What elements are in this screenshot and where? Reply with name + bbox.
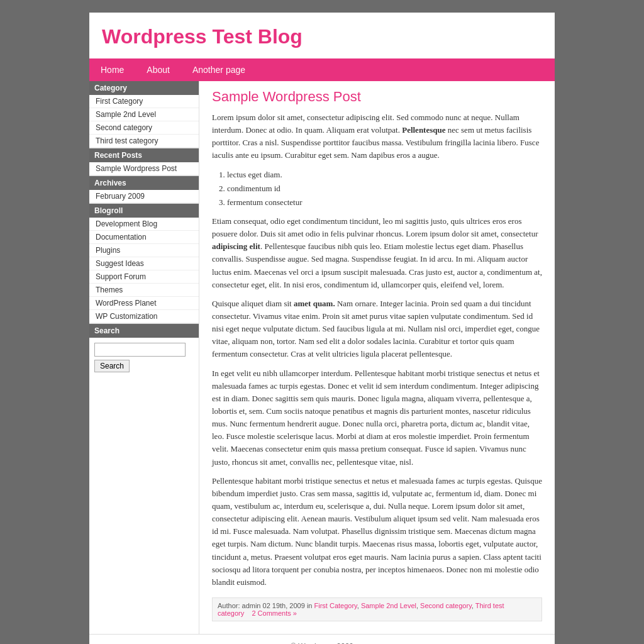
- sidebar-category-link[interactable]: Third test category: [89, 135, 199, 148]
- category-section-title: Category: [89, 81, 199, 95]
- blogroll-link[interactable]: WP Customization: [89, 310, 199, 323]
- post-author: Author: admin: [218, 602, 260, 609]
- list-item: WP Customization: [89, 310, 199, 323]
- blogroll-link[interactable]: Development Blog: [89, 218, 199, 231]
- blogroll-link[interactable]: Plugins: [89, 244, 199, 257]
- main-nav: HomeAboutAnother page: [89, 58, 555, 81]
- recent-posts-section-title: Recent Posts: [89, 148, 199, 162]
- recent-posts-list: Sample Wordpress Post: [89, 162, 199, 176]
- post-category-link[interactable]: Sample 2nd Level: [361, 602, 416, 609]
- post-para4: Pellentesque habitant morbi tristique se…: [212, 475, 542, 589]
- category-list: First CategorySample 2nd LevelSecond cat…: [89, 95, 199, 148]
- archives-list: February 2009: [89, 190, 199, 204]
- post-category-link[interactable]: First Category: [314, 602, 357, 609]
- list-item: WordPress Planet: [89, 297, 199, 310]
- page-wrapper: Wordpress Test Blog HomeAboutAnother pag…: [89, 13, 555, 644]
- post-footer: Author: admin 02 19th, 2009 in First Cat…: [212, 597, 542, 621]
- sidebar: Category First CategorySample 2nd LevelS…: [89, 81, 199, 634]
- archive-link[interactable]: February 2009: [89, 190, 199, 203]
- sidebar-category-link[interactable]: Sample 2nd Level: [89, 108, 199, 121]
- sidebar-category-link[interactable]: Second category: [89, 121, 199, 135]
- post-body: Lorem ipsum dolor sit amet, consectetur …: [212, 111, 542, 589]
- list-item: condimentum id: [227, 182, 542, 195]
- blogroll-link[interactable]: WordPress Planet: [89, 297, 199, 310]
- post-list: lectus eget diam.condimentum idfermentum…: [227, 169, 542, 209]
- blogroll-link[interactable]: Documentation: [89, 231, 199, 244]
- post-title: Sample Wordpress Post: [212, 89, 542, 105]
- list-item: Plugins: [89, 244, 199, 257]
- list-item: Second category: [89, 121, 199, 135]
- site-title: Wordpress Test Blog: [102, 25, 542, 48]
- list-item: Sample 2nd Level: [89, 108, 199, 121]
- site-footer: © Wordpress 2009: [89, 634, 555, 644]
- post-para2: Quisque aliquet diam sit amet quam. Nam …: [212, 297, 542, 361]
- list-item: Support Forum: [89, 270, 199, 284]
- post-intro: Lorem ipsum dolor sit amet, consectetur …: [212, 111, 542, 162]
- list-item: fermentum consectetur: [227, 196, 542, 209]
- post-comments-link[interactable]: 2 Comments »: [252, 609, 297, 617]
- nav-item[interactable]: Home: [89, 58, 135, 81]
- main-content: Sample Wordpress Post Lorem ipsum dolor …: [199, 81, 555, 634]
- list-item: February 2009: [89, 190, 199, 203]
- list-item: Development Blog: [89, 218, 199, 231]
- list-item: Themes: [89, 284, 199, 297]
- list-item: First Category: [89, 95, 199, 108]
- recent-post-link[interactable]: Sample Wordpress Post: [89, 162, 199, 175]
- nav-item[interactable]: About: [135, 58, 181, 81]
- blogroll-link[interactable]: Themes: [89, 284, 199, 297]
- blogroll-link[interactable]: Suggest Ideas: [89, 257, 199, 270]
- search-button[interactable]: Search: [94, 360, 130, 372]
- blogroll-list: Development BlogDocumentationPluginsSugg…: [89, 218, 199, 324]
- blogroll-link[interactable]: Support Forum: [89, 270, 199, 284]
- search-section-title: Search: [89, 324, 199, 338]
- archives-section-title: Archives: [89, 176, 199, 190]
- post-para1: Etiam consequat, odio eget condimentum t…: [212, 215, 542, 291]
- search-input[interactable]: [94, 343, 186, 357]
- list-item: Suggest Ideas: [89, 257, 199, 270]
- nav-item[interactable]: Another page: [181, 58, 257, 81]
- blogroll-section-title: Blogroll: [89, 204, 199, 218]
- site-header: Wordpress Test Blog: [89, 13, 555, 58]
- content-wrapper: Category First CategorySample 2nd LevelS…: [89, 81, 555, 634]
- list-item: Third test category: [89, 135, 199, 148]
- search-section: Search: [89, 338, 199, 377]
- list-item: Documentation: [89, 231, 199, 244]
- list-item: lectus eget diam.: [227, 169, 542, 181]
- post-category-link[interactable]: Second category: [420, 602, 472, 609]
- post-para3: In eget velit eu nibh ullamcorper interd…: [212, 367, 542, 469]
- list-item: Sample Wordpress Post: [89, 162, 199, 175]
- sidebar-category-link[interactable]: First Category: [89, 95, 199, 108]
